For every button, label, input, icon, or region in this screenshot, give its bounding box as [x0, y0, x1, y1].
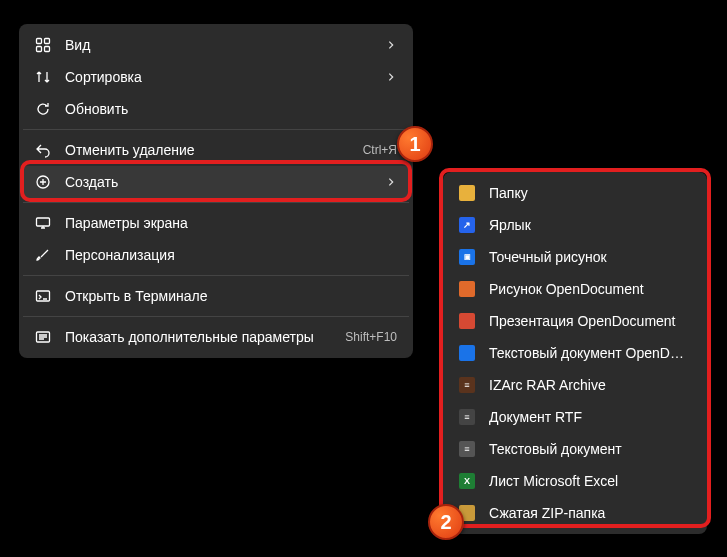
- submenu-item-odp[interactable]: Презентация OpenDocument: [447, 305, 703, 337]
- menu-item-label: Вид: [65, 37, 377, 53]
- submenu-item-rtf[interactable]: ≡ Документ RTF: [447, 401, 703, 433]
- menu-item-more-options[interactable]: Показать дополнительные параметры Shift+…: [23, 321, 409, 353]
- menu-item-label: Сортировка: [65, 69, 377, 85]
- od-image-icon: [459, 281, 475, 297]
- context-menu: Вид Сортировка Обновить Отменить удалени…: [19, 24, 413, 358]
- view-icon: [35, 37, 51, 53]
- display-icon: [35, 215, 51, 231]
- menu-item-label: Ярлык: [489, 217, 691, 233]
- submenu-item-xlsx[interactable]: X Лист Microsoft Excel: [447, 465, 703, 497]
- svg-rect-2: [37, 47, 42, 52]
- shortcut-hint: Shift+F10: [345, 330, 397, 344]
- submenu-item-shortcut[interactable]: ↗ Ярлык: [447, 209, 703, 241]
- submenu-item-bitmap[interactable]: ▣ Точечный рисунок: [447, 241, 703, 273]
- txt-icon: ≡: [459, 441, 475, 457]
- new-icon: [35, 174, 51, 190]
- menu-item-label: Параметры экрана: [65, 215, 397, 231]
- menu-item-view[interactable]: Вид: [23, 29, 409, 61]
- svg-rect-3: [45, 47, 50, 52]
- menu-item-label: Документ RTF: [489, 409, 691, 425]
- od-text-icon: [459, 345, 475, 361]
- submenu-item-odg[interactable]: Рисунок OpenDocument: [447, 273, 703, 305]
- annotation-badge-1: 1: [397, 126, 433, 162]
- submenu-item-txt[interactable]: ≡ Текстовый документ: [447, 433, 703, 465]
- sort-icon: [35, 69, 51, 85]
- menu-item-refresh[interactable]: Обновить: [23, 93, 409, 125]
- submenu-new: Папку ↗ Ярлык ▣ Точечный рисунок Рисунок…: [443, 172, 707, 534]
- menu-item-label: Презентация OpenDocument: [489, 313, 691, 329]
- menu-item-sort[interactable]: Сортировка: [23, 61, 409, 93]
- rar-icon: ≡: [459, 377, 475, 393]
- undo-icon: [35, 142, 51, 158]
- shortcut-hint: Ctrl+Я: [363, 143, 397, 157]
- rtf-icon: ≡: [459, 409, 475, 425]
- svg-rect-0: [37, 39, 42, 44]
- menu-item-label: Текстовый документ OpenDocument: [489, 345, 691, 361]
- menu-item-display-settings[interactable]: Параметры экрана: [23, 207, 409, 239]
- submenu-item-folder[interactable]: Папку: [447, 177, 703, 209]
- menu-item-personalize[interactable]: Персонализация: [23, 239, 409, 271]
- menu-item-open-terminal[interactable]: Открыть в Терминале: [23, 280, 409, 312]
- folder-icon: [459, 185, 475, 201]
- brush-icon: [35, 247, 51, 263]
- terminal-icon: [35, 288, 51, 304]
- menu-item-label: Отменить удаление: [65, 142, 355, 158]
- chevron-right-icon: [385, 72, 397, 82]
- submenu-item-rar[interactable]: ≡ IZArc RAR Archive: [447, 369, 703, 401]
- separator: [23, 275, 409, 276]
- menu-item-label: Точечный рисунок: [489, 249, 691, 265]
- menu-item-label: Текстовый документ: [489, 441, 691, 457]
- annotation-badge-2: 2: [428, 504, 464, 540]
- menu-item-label: Сжатая ZIP-папка: [489, 505, 691, 521]
- menu-item-label: Создать: [65, 174, 377, 190]
- more-icon: [35, 329, 51, 345]
- bitmap-icon: ▣: [459, 249, 475, 265]
- menu-item-undo-delete[interactable]: Отменить удаление Ctrl+Я: [23, 134, 409, 166]
- shortcut-icon: ↗: [459, 217, 475, 233]
- refresh-icon: [35, 101, 51, 117]
- svg-rect-1: [45, 39, 50, 44]
- menu-item-label: IZArc RAR Archive: [489, 377, 691, 393]
- menu-item-label: Обновить: [65, 101, 397, 117]
- chevron-right-icon: [385, 40, 397, 50]
- separator: [23, 129, 409, 130]
- od-presentation-icon: [459, 313, 475, 329]
- separator: [23, 316, 409, 317]
- menu-item-label: Лист Microsoft Excel: [489, 473, 691, 489]
- submenu-item-zip[interactable]: Сжатая ZIP-папка: [447, 497, 703, 529]
- menu-item-label: Персонализация: [65, 247, 397, 263]
- separator: [23, 202, 409, 203]
- menu-item-label: Рисунок OpenDocument: [489, 281, 691, 297]
- menu-item-label: Показать дополнительные параметры: [65, 329, 337, 345]
- menu-item-label: Открыть в Терминале: [65, 288, 397, 304]
- svg-rect-5: [37, 218, 50, 226]
- submenu-item-odt[interactable]: Текстовый документ OpenDocument: [447, 337, 703, 369]
- menu-item-label: Папку: [489, 185, 691, 201]
- menu-item-new[interactable]: Создать: [23, 166, 409, 198]
- chevron-right-icon: [385, 177, 397, 187]
- excel-icon: X: [459, 473, 475, 489]
